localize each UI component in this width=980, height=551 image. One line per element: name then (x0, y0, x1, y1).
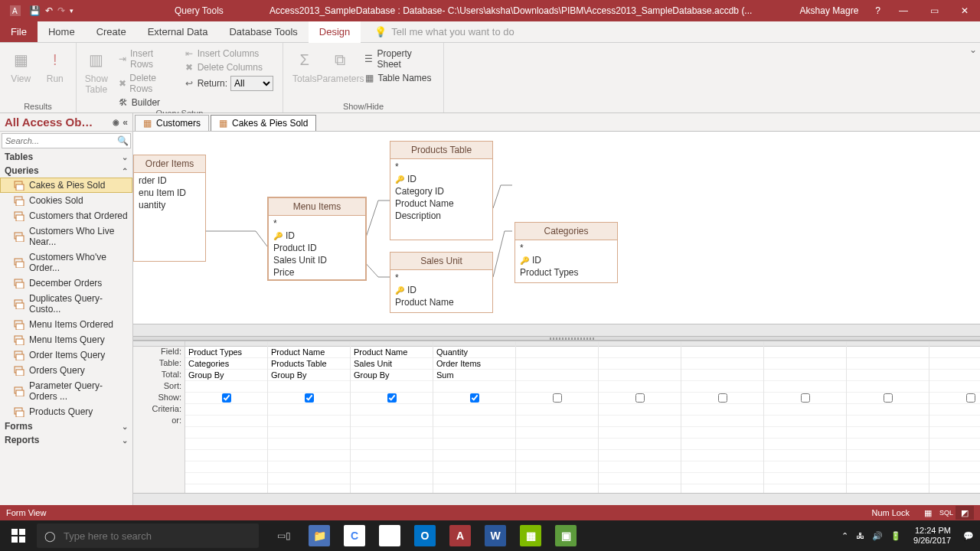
sql-view-button[interactable]: SQL (937, 506, 956, 520)
nav-filter-icon[interactable]: ◉ (113, 118, 119, 126)
table-products[interactable]: Products Table * 🔑ID Category ID Product… (390, 141, 493, 240)
qbe-show-cell[interactable] (847, 393, 929, 404)
show-checkbox[interactable] (635, 393, 645, 403)
tell-me-search[interactable]: 💡 Tell me what you want to do (361, 21, 514, 42)
qbe-sort-cell[interactable] (847, 381, 929, 393)
nav-group-tables[interactable]: Tables⌄ (0, 150, 132, 164)
nav-item-query[interactable]: Parameter Query- Orders ... (0, 378, 132, 404)
nav-item-query[interactable]: December Orders (0, 276, 132, 291)
qbe-column[interactable] (516, 341, 599, 493)
qbe-or-cell[interactable] (268, 416, 350, 427)
field-row[interactable]: 🔑ID (395, 284, 488, 296)
nav-item-query[interactable]: Customers Who Live Near... (0, 223, 132, 249)
field-row[interactable]: Product Name (395, 296, 488, 308)
table-categories[interactable]: Categories * 🔑ID Product Types (514, 222, 618, 283)
doctab-customers[interactable]: ▦Customers (135, 115, 209, 131)
qbe-column[interactable] (681, 341, 764, 493)
insert-columns-button[interactable]: ⇤Insert Columns (181, 47, 276, 60)
qbe-field-cell[interactable] (599, 347, 681, 358)
field-row[interactable]: rder ID (139, 174, 201, 187)
maximize-button[interactable]: ▭ (919, 0, 949, 21)
field-row[interactable]: 🔑ID (273, 230, 361, 242)
taskbar-app-access[interactable]: A (443, 520, 478, 551)
return-select[interactable]: All (230, 76, 273, 91)
qbe-field-cell[interactable]: Quantity (433, 347, 515, 358)
qbe-sort-cell[interactable] (929, 381, 980, 393)
qbe-col-selector[interactable] (351, 341, 433, 347)
qbe-total-cell[interactable]: Sum (433, 370, 515, 381)
qbe-total-cell[interactable] (929, 370, 980, 381)
qbe-criteria-cell[interactable] (185, 404, 267, 416)
return-control[interactable]: ↩Return: All (181, 75, 276, 92)
qbe-criteria-cell[interactable] (681, 404, 763, 416)
field-row[interactable]: * (395, 161, 488, 173)
taskbar-search[interactable]: ◯ (37, 523, 259, 548)
qbe-show-cell[interactable] (268, 393, 350, 404)
taskbar-app[interactable]: 📁 (302, 520, 337, 551)
qbe-sort-cell[interactable] (764, 381, 846, 393)
qbe-total-cell[interactable] (681, 370, 763, 381)
tab-create[interactable]: Create (86, 21, 137, 42)
qbe-or-cell[interactable] (516, 416, 598, 427)
qbe-sort-cell[interactable] (185, 381, 267, 393)
qbe-col-selector[interactable] (516, 341, 598, 347)
table-sales-unit[interactable]: Sales Unit * 🔑ID Product Name (390, 252, 493, 313)
nav-group-reports[interactable]: Reports⌄ (0, 433, 132, 447)
qbe-total-cell[interactable] (599, 370, 681, 381)
qbe-hscrollbar[interactable] (133, 493, 980, 505)
nav-item-query[interactable]: Cakes & Pies Sold (0, 178, 132, 193)
qbe-or-cell[interactable] (351, 416, 433, 427)
qbe-sort-cell[interactable] (599, 381, 681, 393)
task-view-button[interactable]: ▭▯ (266, 520, 302, 551)
qbe-show-cell[interactable] (516, 393, 598, 404)
qbe-criteria-cell[interactable] (433, 404, 515, 416)
taskbar-app[interactable]: ✉ (372, 520, 407, 551)
nav-group-forms[interactable]: Forms⌄ (0, 419, 132, 433)
field-row[interactable]: 🔑ID (520, 254, 612, 266)
qbe-criteria-cell[interactable] (268, 404, 350, 416)
qbe-show-cell[interactable] (351, 393, 433, 404)
qbe-table-cell[interactable]: Products Table (268, 358, 350, 370)
minimize-button[interactable]: — (888, 0, 919, 21)
system-tray[interactable]: ⌃ 🖧 🔊 🔋 12:24 PM 9/26/2017 💬 (835, 526, 980, 546)
qbe-table-cell[interactable] (929, 358, 980, 370)
qbe-criteria-cell[interactable] (351, 404, 433, 416)
qbe-column[interactable]: Product TypesCategoriesGroup By (185, 341, 268, 493)
qbe-or-cell[interactable] (764, 416, 846, 427)
qbe-col-selector[interactable] (433, 341, 515, 347)
nav-item-query[interactable]: Order Items Query (0, 347, 132, 363)
qbe-col-selector[interactable] (847, 341, 929, 347)
nav-item-query[interactable]: Customers that Ordered (0, 208, 132, 223)
qbe-table-cell[interactable]: Sales Unit (351, 358, 433, 370)
taskbar-app[interactable]: O (407, 520, 443, 551)
qbe-col-selector[interactable] (599, 341, 681, 347)
table-names-button[interactable]: ▦Table Names (361, 72, 437, 84)
search-icon[interactable]: 🔍 (115, 134, 130, 148)
table-order-items[interactable]: Order Items rder ID enu Item ID uantity (133, 155, 206, 262)
nav-search[interactable]: 🔍 (2, 133, 131, 148)
qbe-col-selector[interactable] (764, 341, 846, 347)
qbe-sort-cell[interactable] (351, 381, 433, 393)
qbe-table-cell[interactable]: Order Items (433, 358, 515, 370)
qbe-column[interactable] (764, 341, 847, 493)
qbe-field-cell[interactable]: Product Name (351, 347, 433, 358)
nav-item-query[interactable]: Menu Items Query (0, 332, 132, 347)
qbe-or-cell[interactable] (847, 416, 929, 427)
qbe-criteria-cell[interactable] (599, 404, 681, 416)
nav-collapse-icon[interactable]: « (122, 117, 128, 128)
show-checkbox[interactable] (966, 393, 975, 403)
qbe-col-selector[interactable] (929, 341, 980, 347)
qbe-column[interactable]: QuantityOrder ItemsSum (433, 341, 516, 493)
redo-icon[interactable]: ↷ (57, 5, 65, 16)
qbe-field-cell[interactable] (929, 347, 980, 358)
undo-icon[interactable]: ↶ (45, 5, 53, 16)
nav-item-query[interactable]: Orders Query (0, 363, 132, 378)
tray-chevron-icon[interactable]: ⌃ (841, 531, 848, 541)
qbe-total-cell[interactable] (764, 370, 846, 381)
delete-rows-button[interactable]: ✖Delete Rows (115, 72, 176, 95)
qbe-total-cell[interactable]: Group By (268, 370, 350, 381)
field-row[interactable]: uantity (139, 199, 201, 211)
qbe-field-cell[interactable]: Product Types (185, 347, 267, 358)
tab-external-data[interactable]: External Data (137, 21, 219, 42)
qbe-total-cell[interactable]: Group By (185, 370, 267, 381)
